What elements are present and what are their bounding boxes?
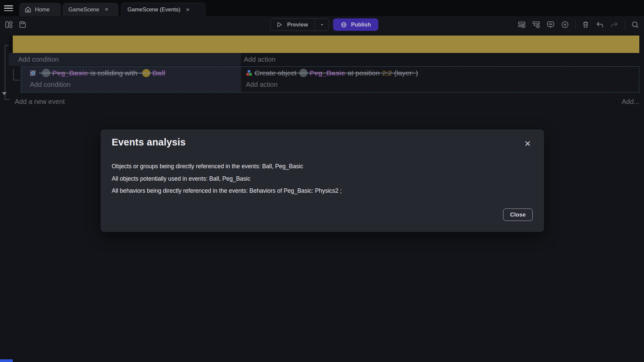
add-new-event-button[interactable]: Add a new event — [15, 98, 65, 106]
add-action-button[interactable]: Add action — [246, 81, 278, 88]
comment-drag-handle[interactable] — [9, 36, 13, 53]
add-condition-button[interactable]: Add condition — [18, 56, 59, 63]
save-icon[interactable] — [18, 20, 27, 29]
tree-line — [13, 80, 19, 80]
tab-gamescene-events-close-icon[interactable]: ✕ — [186, 7, 190, 12]
condition-text: is colliding with — [90, 69, 137, 77]
dialog-line-objects-referenced: Objects or groups being directly referen… — [112, 160, 342, 173]
add-subevent-icon[interactable] — [532, 20, 540, 29]
tree-line — [5, 45, 5, 100]
main-menu-icon[interactable] — [4, 5, 14, 13]
toolbar: Preview Publish — [0, 16, 644, 33]
toolbar-divider — [575, 20, 576, 29]
dialog-title: Events analysis — [112, 137, 186, 148]
preview-split-button: Preview — [270, 18, 329, 31]
add-comment-icon[interactable] — [546, 20, 555, 29]
home-icon — [24, 6, 32, 13]
add-condition-button[interactable]: Add condition — [30, 81, 70, 88]
undo-icon[interactable] — [596, 20, 604, 29]
add-event-icon[interactable] — [518, 20, 526, 29]
actions-cell: Add action — [241, 53, 639, 66]
actions-cell: Create object Peg_Basic at position 2;2 … — [241, 67, 639, 92]
create-object-icon — [246, 69, 253, 76]
choose-event-icon[interactable] — [561, 20, 569, 29]
tree-line — [5, 99, 9, 100]
peg-basic-object-icon — [299, 69, 308, 77]
condition-object2: Ball — [152, 69, 165, 77]
dialog-line-objects-used: All objects potentially used in events: … — [112, 173, 342, 185]
publish-label: Publish — [351, 21, 371, 28]
tree-line — [5, 45, 9, 46]
condition-line[interactable]: Peg_Basic is colliding with Ball — [29, 69, 165, 77]
peg-basic-object-icon — [42, 69, 50, 77]
collapse-event-icon[interactable] — [2, 92, 7, 95]
tab-home-label: Home — [35, 6, 50, 13]
action-coords: 2;2 — [382, 69, 392, 77]
dialog-line-behaviors: All behaviors being directly referenced … — [112, 185, 342, 197]
search-icon[interactable] — [631, 20, 639, 29]
tab-home[interactable]: Home — [19, 3, 61, 16]
ball-object-icon — [142, 69, 150, 77]
tab-gamescene-close-icon[interactable]: ✕ — [105, 7, 109, 12]
toggle-panels-icon[interactable] — [5, 20, 13, 29]
add-action-button[interactable]: Add action — [244, 56, 276, 63]
delete-icon[interactable] — [582, 20, 590, 28]
conditions-cell: Peg_Basic is colliding with Ball Add con… — [21, 67, 241, 92]
conditions-cell: Add condition — [9, 53, 241, 66]
redo-icon[interactable] — [610, 20, 619, 29]
tree-line — [13, 69, 14, 80]
action-layer-text: (layer: ) — [394, 69, 418, 77]
play-icon — [276, 21, 283, 28]
dialog-close-icon[interactable]: ✕ — [522, 138, 533, 149]
tab-gamescene-events-label: GameScene (Events) — [127, 6, 180, 13]
physics-behavior-icon — [29, 69, 37, 77]
preview-button[interactable]: Preview — [270, 19, 315, 31]
bottom-left-accent — [0, 359, 13, 362]
chevron-down-icon — [319, 22, 325, 27]
condition-object1: Peg_Basic — [52, 69, 88, 77]
event-row: Add condition Add action — [9, 53, 639, 66]
action-line[interactable]: Create object Peg_Basic at position 2;2 … — [246, 69, 418, 77]
action-text: at position — [347, 69, 380, 77]
action-object: Peg_Basic — [310, 69, 345, 77]
tab-gamescene-label: GameScene — [68, 6, 99, 13]
tab-gamescene-events[interactable]: GameScene (Events) ✕ — [121, 3, 205, 16]
selected-event-row[interactable]: Peg_Basic is colliding with Ball Add con… — [21, 66, 639, 93]
publish-button[interactable]: Publish — [333, 18, 378, 31]
dialog-body: Objects or groups being directly referen… — [112, 160, 342, 197]
tab-bar: Home GameScene ✕ GameScene (Events) ✕ — [0, 0, 644, 16]
add-more-button[interactable]: Add... — [622, 98, 639, 106]
preview-label: Preview — [287, 21, 308, 28]
events-analysis-dialog: Events analysis ✕ Objects or groups bein… — [101, 129, 544, 232]
globe-icon — [340, 21, 347, 28]
close-button[interactable]: Close — [503, 208, 533, 221]
preview-options-button[interactable] — [315, 19, 329, 31]
tab-gamescene[interactable]: GameScene ✕ — [62, 3, 118, 16]
comment-row[interactable] — [13, 36, 639, 53]
action-verb: Create object — [255, 69, 297, 77]
toolbar-divider — [625, 20, 625, 29]
